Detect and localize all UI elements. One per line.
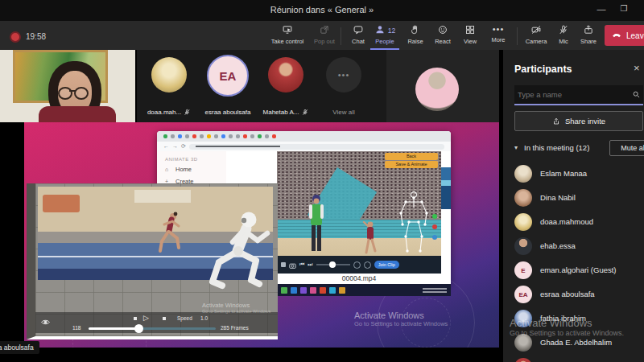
- camera-capture-icon[interactable]: [289, 257, 296, 272]
- avatar: [514, 189, 532, 207]
- pop-out-button[interactable]: Pop out: [307, 24, 342, 48]
- participant-name: esraa aboulsafa: [540, 290, 595, 298]
- tool-icon[interactable]: [281, 262, 286, 267]
- react-smiley-icon: [437, 24, 448, 37]
- video-tile-spotlight[interactable]: [386, 50, 499, 122]
- watermark-line1: Activate Windows: [202, 302, 276, 309]
- prev-frame-icon[interactable]: ⏮: [299, 261, 304, 268]
- screen-share-stage: ← → ⟳ ANIMATE 3D ⌂Home +Create ▤Library …: [24, 122, 499, 348]
- back-label: Back: [407, 154, 416, 158]
- status-dot-red: [432, 224, 437, 229]
- participant-row[interactable]: EA esraa aboulsafa: [514, 283, 643, 307]
- search-input[interactable]: [514, 90, 632, 99]
- taskbar-app-icon[interactable]: [310, 287, 316, 294]
- loop-toggle-icon[interactable]: [353, 261, 361, 269]
- pose-skeleton-overlay: [394, 190, 433, 257]
- mic-toggle-button[interactable]: Mic: [551, 24, 576, 48]
- taskbar-app-icon[interactable]: [329, 287, 336, 294]
- avatar: [514, 213, 532, 231]
- participant-row[interactable]: Mahetab Ahmed: [514, 356, 643, 362]
- window-titlebar: Réunion dans « General » — ❐: [0, 0, 644, 21]
- participant-name: doaa.mahmoud: [540, 217, 593, 226]
- participant-row[interactable]: doaa.mahmoud: [514, 211, 643, 235]
- filmstrip-tile-esraa[interactable]: EA esraa aboulsafa: [200, 50, 256, 122]
- panel-title: Participants: [514, 64, 572, 75]
- save-animate-button[interactable]: Save & Animate: [385, 161, 438, 168]
- timeline-slider[interactable]: [89, 327, 216, 330]
- status-dot-blue: [432, 235, 437, 240]
- participant-name: doaa.mah...: [147, 109, 181, 116]
- taskbar-app-icon[interactable]: [339, 287, 345, 294]
- maximize-button[interactable]: ❐: [615, 4, 633, 13]
- current-frame-value: 118: [72, 325, 80, 331]
- video-tile-presenter-camera[interactable]: [0, 50, 135, 122]
- visibility-eye-icon[interactable]: [40, 316, 51, 323]
- filmstrip-tile-mahetab[interactable]: Mahetab A...: [258, 50, 314, 122]
- participant-name: Eslam Manaa: [540, 169, 587, 178]
- play-button[interactable]: ▷: [143, 314, 149, 322]
- forward-icon[interactable]: →: [172, 143, 178, 150]
- filmstrip-tile-doaa[interactable]: doaa.mah...: [141, 50, 197, 122]
- watermark-line2: Go to Settings to activate Windows: [354, 320, 448, 327]
- chevron-down-icon: ▾: [514, 144, 518, 151]
- taskbar-app-icon[interactable]: [320, 287, 326, 294]
- video-thumbnail[interactable]: [441, 167, 451, 209]
- participant-row[interactable]: E eman.algohari (Guest): [514, 259, 643, 283]
- timeline-thumb[interactable]: [134, 324, 143, 333]
- share-invite-button[interactable]: Share invite: [514, 111, 643, 131]
- more-button[interactable]: ••• More: [484, 24, 513, 48]
- sidebar-item-home[interactable]: ⌂Home: [165, 166, 204, 173]
- reload-icon[interactable]: ⟳: [181, 143, 186, 150]
- avatar: [415, 68, 459, 111]
- step-forward-button[interactable]: [163, 317, 166, 320]
- speed-value[interactable]: 1.0: [200, 315, 208, 321]
- home-icon: ⌂: [165, 167, 171, 172]
- people-button[interactable]: 12 People: [368, 24, 402, 48]
- participant-row[interactable]: Eslam Manaa: [514, 162, 643, 187]
- browser-address-bar[interactable]: ← → ⟳: [157, 142, 451, 151]
- taskbar-app-icon[interactable]: [291, 287, 297, 294]
- url-field[interactable]: [189, 144, 444, 150]
- frame-slider[interactable]: [316, 264, 350, 265]
- take-control-button[interactable]: Take control: [265, 24, 310, 48]
- close-panel-icon[interactable]: ×: [634, 62, 644, 74]
- leave-button[interactable]: Leave: [605, 25, 644, 46]
- join-clip-button[interactable]: Join Clip: [374, 261, 399, 269]
- participant-row[interactable]: Dina Nabil: [514, 187, 643, 211]
- raise-hand-button[interactable]: Raise: [402, 24, 429, 48]
- viewer-playback-controls: ▷ Speed 1.0 118 285 Frames: [35, 312, 278, 333]
- recording-icon: [10, 31, 21, 43]
- view-button[interactable]: View: [456, 24, 484, 48]
- teams-meeting-window: Réunion dans « General » — ❐ 19:58 Take …: [0, 0, 644, 362]
- taskbar-app-icon[interactable]: [281, 287, 287, 294]
- minimize-button[interactable]: —: [592, 4, 610, 14]
- participant-row[interactable]: ehab.essa: [514, 235, 643, 259]
- leave-label: Leave: [626, 31, 644, 40]
- share-screen-button[interactable]: Share: [576, 24, 601, 48]
- view-all-tile[interactable]: ••• View all: [316, 50, 372, 122]
- react-button[interactable]: React: [429, 24, 456, 48]
- back-button-shared[interactable]: Back: [385, 153, 438, 160]
- back-icon[interactable]: ←: [163, 143, 169, 150]
- participant-name: Ghada E. Abdelhalim: [540, 338, 612, 347]
- mic-muted-icon: [558, 24, 569, 37]
- view-grid-icon: [464, 24, 476, 37]
- mute-all-button[interactable]: Mute all: [609, 140, 644, 156]
- people-icon: [374, 24, 386, 37]
- ellipsis-icon: •••: [326, 57, 361, 93]
- meeting-toolbar: 19:58 Take control Pop out Chat 12 Peopl…: [0, 21, 644, 50]
- next-frame-icon[interactable]: ⏭: [308, 261, 312, 268]
- sidebar-heading: ANIMATE 3D: [165, 157, 198, 162]
- in-this-meeting-section[interactable]: ▾ In this meeting (12) Mute all: [514, 142, 644, 156]
- mic-muted-icon: [301, 109, 308, 116]
- glasses: [58, 87, 72, 100]
- video-playback-bar: ⏮ ⏭ Join Clip: [277, 256, 441, 274]
- more-dots-icon: •••: [493, 24, 505, 35]
- watermark-line1: Activate Windows: [354, 311, 448, 320]
- browser-tab-bar: [157, 131, 451, 142]
- take-control-icon: [282, 24, 293, 37]
- ab-toggle-icon[interactable]: [364, 261, 371, 269]
- taskbar-app-icon[interactable]: [300, 287, 307, 294]
- camera-toggle-button[interactable]: Camera: [521, 24, 551, 48]
- step-back-button[interactable]: [134, 317, 137, 320]
